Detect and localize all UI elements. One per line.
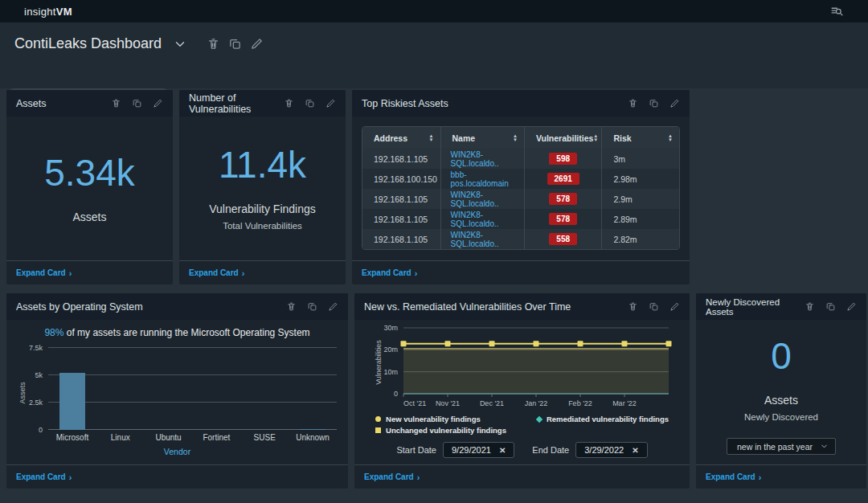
asset-name-link[interactable]: WIN2K8-SQL.localdo.. [440, 209, 524, 229]
chevron-down-icon [820, 442, 829, 451]
legend-item[interactable]: Unchanged vulnerability findings [375, 426, 506, 435]
circle-marker-icon [375, 416, 381, 422]
end-date-label: End Date [532, 445, 569, 455]
duplicate-card-icon[interactable] [825, 301, 836, 312]
delete-card-icon[interactable] [111, 98, 121, 108]
edit-card-icon[interactable] [328, 301, 338, 312]
riskiest-assets-table: Address▲▼Name▲▼Vulnerabilities▲▼Risk▲▼ 1… [362, 126, 680, 250]
chevron-right-icon: › [69, 473, 72, 481]
edit-card-icon[interactable] [153, 98, 163, 108]
table-row[interactable]: 192.168.100.150bbb-pos.localdomain26912.… [362, 169, 679, 189]
vulnerability-count-value: 11.4k [219, 146, 306, 183]
asset-name-link[interactable]: bbb-pos.localdomain [440, 169, 524, 189]
delete-card-icon[interactable] [628, 98, 638, 108]
y-axis-tick-label: 5k [35, 371, 43, 379]
table-row[interactable]: 192.168.1.105WIN2K8-SQL.localdo..5782.89… [362, 209, 679, 229]
x-axis-tick-label: SUSE [240, 433, 289, 442]
vulnerability-count-badge: 2691 [547, 173, 579, 185]
column-header-label: Address [374, 133, 407, 143]
sort-icon[interactable]: ▲▼ [668, 134, 673, 142]
vulnerability-count-badge: 598 [549, 153, 577, 165]
chart-legend: New vulnerability findingsUnchanged vuln… [354, 415, 690, 435]
expand-card-link[interactable]: Expand Card› [16, 268, 72, 277]
expand-card-link[interactable]: Expand Card› [362, 268, 417, 277]
chevron-right-icon: › [417, 473, 420, 481]
table-row[interactable]: 192.168.1.105WIN2K8-SQL.localdo..5782.9m [362, 189, 679, 209]
asset-address: 192.168.100.150 [362, 169, 440, 189]
delete-card-icon[interactable] [284, 98, 294, 108]
risk-score: 3m [601, 149, 679, 169]
sort-icon[interactable]: ▲▼ [513, 134, 518, 142]
edit-card-icon[interactable] [846, 301, 857, 312]
svg-text:Jan '22: Jan '22 [524, 399, 547, 407]
duplicate-card-icon[interactable] [649, 98, 659, 108]
vulnerabilities-cell: 578 [524, 209, 602, 229]
sort-icon[interactable]: ▲▼ [429, 134, 434, 142]
asset-name-link[interactable]: WIN2K8-SQL.localdo.. [440, 189, 524, 209]
edit-card-icon[interactable] [669, 98, 680, 108]
column-header-risk[interactable]: Risk▲▼ [601, 127, 679, 149]
clear-end-date-icon[interactable]: ✕ [632, 446, 638, 455]
delete-card-icon[interactable] [286, 301, 297, 312]
vulnerability-count-sublabel: Total Vulnerabilities [223, 221, 302, 231]
assets-by-os-card: Assets by Operating System 98% of my ass… [6, 293, 348, 489]
edit-card-icon[interactable] [669, 301, 680, 312]
clear-start-date-icon[interactable]: ✕ [499, 446, 506, 455]
svg-text:Oct '21: Oct '21 [403, 399, 426, 407]
column-header-name[interactable]: Name▲▼ [440, 127, 524, 149]
duplicate-dashboard-icon[interactable] [228, 37, 242, 51]
dashboard-switcher-chevron-down-icon[interactable] [173, 37, 187, 51]
legend-item[interactable]: New vulnerability findings [375, 415, 506, 423]
duplicate-card-icon[interactable] [649, 301, 659, 312]
trend-line-chart: 30m20m10m0Oct '21Nov '21Dec '21Jan '22Fe… [370, 323, 675, 413]
square-marker-icon [375, 427, 381, 433]
expand-card-link[interactable]: Expand Card› [364, 472, 420, 481]
duplicate-card-icon[interactable] [307, 301, 317, 312]
x-axis-tick-labels: MicrosoftLinuxUbuntuFortinetSUSEUnknown [48, 433, 337, 442]
column-header-vulnerabilities[interactable]: Vulnerabilities▲▼ [524, 127, 602, 149]
x-axis-tick-label: Fortinet [192, 433, 240, 442]
end-date-input[interactable]: 3/29/2022 ✕ [575, 442, 647, 458]
y-axis-tick-label: 0 [39, 426, 43, 434]
edit-card-icon[interactable] [326, 98, 336, 108]
asset-name-link[interactable]: WIN2K8-SQL.localdo.. [440, 149, 524, 169]
line-chart-area: Vulnerabilities 30m20m10m0Oct '21Nov '21… [354, 323, 690, 413]
y-axis-label: Assets [18, 382, 27, 403]
vulnerabilities-cell: 578 [524, 189, 602, 209]
table-row[interactable]: 192.168.1.105WIN2K8-SQL.localdo..5983m [362, 149, 679, 169]
edit-dashboard-icon[interactable] [250, 37, 264, 51]
expand-card-link[interactable]: Expand Card› [16, 472, 72, 481]
y-axis-label: Vulnerabilities [375, 340, 383, 385]
bar-plot-area: Assets 7.5k5k2.5k0 [48, 348, 337, 430]
duplicate-card-icon[interactable] [132, 98, 142, 108]
x-axis-tick-label: Linux [96, 433, 145, 442]
legend-label: Unchanged vulnerability findings [386, 426, 506, 435]
expand-card-link[interactable]: Expand Card› [189, 268, 244, 277]
dashboard-header: ContiLeaks Dashboard Dashboard query: Co… [0, 22, 868, 88]
legend-item[interactable]: Remediated vulnerability findings [537, 415, 669, 423]
assets-count-label: Assets [72, 211, 106, 223]
expand-card-link[interactable]: Expand Card› [706, 472, 761, 481]
duplicate-card-icon[interactable] [305, 98, 315, 108]
insightvm-logo: insightVM [24, 6, 72, 18]
chevron-right-icon: › [415, 269, 418, 277]
risk-score: 2.89m [601, 209, 679, 229]
sort-icon[interactable]: ▲▼ [593, 134, 598, 142]
svg-text:Nov '21: Nov '21 [435, 399, 459, 407]
delete-card-icon[interactable] [628, 301, 638, 312]
column-header-address[interactable]: Address▲▼ [362, 127, 440, 149]
vulnerabilities-cell: 598 [524, 149, 602, 169]
vulnerability-count-badge: 578 [549, 193, 577, 205]
newly-discovered-sublabel: Newly Discovered [744, 412, 818, 422]
query-log-search-icon[interactable] [830, 5, 844, 18]
card-title: Assets by Operating System [16, 301, 143, 313]
vulnerabilities-card: Number of Vulnerabilities 11.4k Vulnerab… [179, 90, 346, 284]
asset-address: 192.168.1.105 [362, 209, 440, 229]
delete-card-icon[interactable] [805, 301, 815, 312]
start-date-input[interactable]: 9/29/2021 ✕ [443, 442, 514, 458]
time-range-select[interactable]: new in the past year [727, 438, 836, 455]
asset-name-link[interactable]: WIN2K8-SQL.localdo.. [440, 229, 524, 249]
delete-dashboard-icon[interactable] [207, 37, 220, 51]
y-axis-tick-label: 7.5k [29, 344, 43, 352]
table-row[interactable]: 192.168.1.105WIN2K8-SQL.localdo..5582.82… [362, 229, 679, 249]
